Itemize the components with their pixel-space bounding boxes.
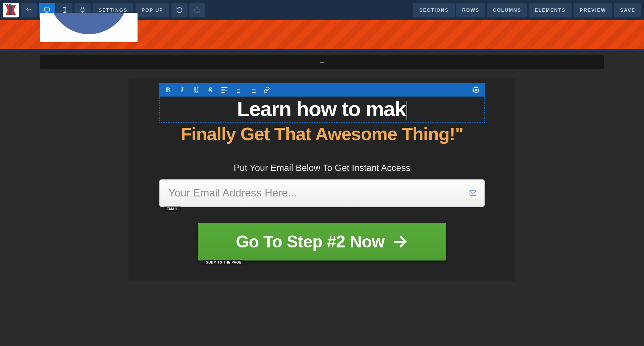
italic-button[interactable]: I bbox=[175, 84, 189, 96]
desktop-icon bbox=[44, 7, 50, 13]
text-caret-icon bbox=[407, 101, 407, 120]
mobile-icon bbox=[61, 7, 68, 13]
popup-button[interactable]: POP UP bbox=[136, 3, 169, 17]
align-left-button[interactable] bbox=[218, 84, 231, 96]
headline-text-element[interactable]: Learn how to mak bbox=[159, 97, 485, 123]
align-center-button[interactable] bbox=[232, 84, 245, 96]
hero-header-section[interactable] bbox=[0, 20, 644, 51]
sections-button[interactable]: SECTIONS bbox=[413, 3, 455, 17]
plug-icon bbox=[79, 7, 86, 13]
columns-button[interactable]: COLUMNS bbox=[487, 3, 527, 17]
undo-arrow-icon bbox=[25, 7, 32, 13]
gear-icon bbox=[473, 86, 479, 93]
align-right-icon bbox=[250, 87, 256, 93]
bold-button[interactable]: B bbox=[161, 84, 175, 96]
email-field[interactable] bbox=[159, 179, 485, 207]
lead-text[interactable]: Put Your Email Below To Get Instant Acce… bbox=[128, 163, 516, 173]
sub-headline-text[interactable]: Finally Get That Awesome Thing!" bbox=[128, 123, 516, 144]
cta-label: Go To Step #2 Now bbox=[236, 232, 384, 251]
svg-point-2 bbox=[475, 89, 477, 91]
preview-button[interactable]: PREVIEW bbox=[574, 3, 612, 17]
svg-rect-0 bbox=[45, 8, 50, 11]
page-column: B I U S bbox=[128, 78, 516, 281]
rich-text-toolbar: B I U S bbox=[159, 83, 485, 97]
align-left-icon bbox=[221, 87, 227, 93]
circle-shape-icon bbox=[49, 13, 129, 34]
headline-editor: B I U S bbox=[159, 83, 485, 123]
structure-group: SECTIONS ROWS COLUMNS ELEMENTS bbox=[413, 3, 572, 17]
arrow-right-icon bbox=[392, 234, 408, 250]
underline-button[interactable]: U bbox=[190, 84, 203, 96]
align-center-icon bbox=[235, 87, 241, 93]
element-settings-button[interactable] bbox=[469, 84, 483, 96]
strikethrough-button[interactable]: S bbox=[204, 84, 217, 96]
undo-button[interactable] bbox=[21, 3, 37, 17]
app-logo[interactable] bbox=[3, 3, 19, 17]
history-undo-button[interactable] bbox=[171, 3, 187, 17]
rotate-ccw-icon bbox=[176, 7, 183, 13]
brand-logo-placeholder[interactable] bbox=[40, 13, 138, 42]
history-redo-button[interactable] bbox=[189, 3, 205, 17]
align-right-button[interactable] bbox=[246, 84, 259, 96]
rotate-cw-icon bbox=[194, 7, 200, 13]
mail-icon bbox=[469, 189, 477, 197]
headline-text: Learn how to mak bbox=[237, 97, 406, 120]
button-action-tag: SUBMITS THE PAGE bbox=[203, 260, 244, 265]
editor-canvas: ＋ B I U S bbox=[0, 55, 644, 281]
link-button[interactable] bbox=[260, 84, 273, 96]
rows-button[interactable]: ROWS bbox=[456, 3, 486, 17]
cta-button-element: Go To Step #2 Now SUBMITS THE PAGE bbox=[198, 223, 446, 261]
cta-button[interactable]: Go To Step #2 Now bbox=[198, 223, 446, 261]
save-button[interactable]: SAVE bbox=[614, 3, 641, 17]
history-group bbox=[171, 3, 205, 17]
email-input-element: EMAIL bbox=[159, 179, 485, 207]
plus-icon: ＋ bbox=[318, 57, 326, 67]
link-icon bbox=[263, 86, 270, 93]
elements-button[interactable]: ELEMENTS bbox=[529, 3, 572, 17]
add-section-bar[interactable]: ＋ bbox=[40, 55, 604, 69]
field-type-tag: EMAIL bbox=[164, 207, 181, 212]
